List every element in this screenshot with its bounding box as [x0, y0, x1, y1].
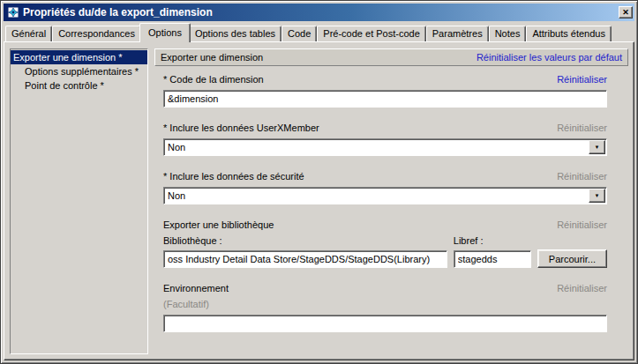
reset-all-link[interactable]: Réinitialiser les valeurs par défaut	[477, 52, 622, 63]
options-tab-page: Exporter une dimension *Options suppléme…	[4, 41, 634, 360]
window-title: Propriétés du/de la export_dimension	[23, 6, 619, 19]
sidebar-item[interactable]: Exporter une dimension *	[11, 50, 147, 64]
code-dimension-label: * Code de la dimension	[163, 74, 264, 85]
securite-label: * Inclure les données de sécurité	[163, 171, 304, 182]
environment-input[interactable]	[163, 315, 607, 332]
tab-options-des-tables[interactable]: Options des tables	[189, 26, 281, 41]
userxmember-label: * Inclure les données UserXMember	[163, 123, 319, 133]
tab-options[interactable]: Options	[139, 23, 191, 42]
close-button[interactable]: ✕	[619, 6, 633, 19]
sidebar-item[interactable]: Options supplémentaires *	[11, 64, 147, 78]
environment-label: Environnement	[163, 283, 229, 293]
panel-body: * Code de la dimension Réinitialiser * I…	[154, 72, 628, 354]
securite-selected-value: Non	[168, 190, 185, 201]
field-export-library: Exporter une bibliothèque Réinitialiser …	[163, 219, 607, 268]
userxmember-select[interactable]: Non ▼	[163, 138, 607, 156]
section-list: Exporter une dimension *Options suppléme…	[10, 48, 148, 354]
app-icon	[6, 6, 19, 19]
properties-dialog: Propriétés du/de la export_dimension ✕ G…	[0, 0, 638, 364]
tab-paramètres[interactable]: Paramètres	[426, 26, 489, 41]
libref-label: Libref :	[454, 235, 531, 246]
field-securite: * Inclure les données de sécurité Réinit…	[163, 171, 607, 204]
environment-reset-link[interactable]: Réinitialiser	[557, 283, 607, 293]
userxmember-selected-value: Non	[168, 142, 185, 152]
securite-select[interactable]: Non ▼	[163, 187, 607, 204]
field-userxmember: * Inclure les données UserXMember Réinit…	[163, 123, 607, 156]
code-dimension-input[interactable]	[163, 90, 607, 108]
securite-reset-link[interactable]: Réinitialiser	[557, 171, 607, 182]
code-dimension-reset-link[interactable]: Réinitialiser	[557, 74, 607, 85]
titlebar[interactable]: Propriétés du/de la export_dimension ✕	[4, 4, 634, 21]
chevron-down-icon[interactable]: ▼	[589, 189, 605, 203]
browse-button[interactable]: Parcourir...	[537, 249, 607, 268]
bibliotheque-label: Bibliothèque :	[163, 235, 447, 246]
export-library-reset-link[interactable]: Réinitialiser	[557, 219, 607, 230]
tab-code[interactable]: Code	[281, 26, 317, 41]
chevron-down-icon[interactable]: ▼	[589, 140, 605, 154]
libref-input[interactable]	[454, 250, 531, 268]
tab-attributs-étendus[interactable]: Attributs étendus	[526, 26, 612, 41]
field-code-dimension: * Code de la dimension Réinitialiser	[163, 74, 607, 108]
tab-correspondances[interactable]: Correspondances	[52, 26, 141, 41]
bibliotheque-input[interactable]	[163, 250, 447, 268]
panel-title: Exporter une dimension	[161, 52, 263, 63]
userxmember-reset-link[interactable]: Réinitialiser	[557, 123, 607, 133]
environment-optional-hint: (Facultatif)	[163, 299, 607, 309]
tab-notes[interactable]: Notes	[489, 26, 527, 41]
export-library-label: Exporter une bibliothèque	[163, 219, 274, 230]
sidebar-item[interactable]: Point de contrôle *	[11, 78, 147, 93]
field-environment: Environnement Réinitialiser (Facultatif)	[163, 283, 607, 332]
tab-pré-code-et-post-code[interactable]: Pré-code et Post-code	[317, 26, 425, 41]
panel-header: Exporter une dimension Réinitialiser les…	[154, 48, 628, 66]
tab-strip: GénéralCorrespondancesOptionsOptions des…	[4, 21, 634, 41]
tab-général[interactable]: Général	[5, 26, 52, 41]
options-panel: Exporter une dimension Réinitialiser les…	[154, 48, 628, 354]
